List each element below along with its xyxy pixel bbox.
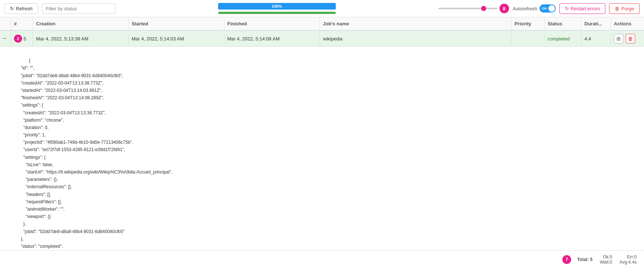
th-creation: Creation (33, 17, 129, 30)
footer: 7 Total: 5 Ok:5 Wait:0 Err:0 Avg:4.4s (0, 250, 644, 268)
purge-label: Purge (621, 6, 634, 11)
footer-badge-7: 7 (562, 255, 571, 264)
badge-8: 8 (499, 4, 509, 13)
row-duration: 4.4 (584, 36, 591, 42)
row-job-name-cell: wikipedia (320, 33, 512, 44)
badge-2: 2 (14, 35, 22, 43)
row-job-name: wikipedia (323, 36, 342, 42)
row-finished-cell: Mar 4, 2022, 5:14:08 AM (224, 33, 320, 44)
row-status: completed (548, 36, 570, 42)
row-finished: Mar 4, 2022, 5:14:08 AM (227, 36, 280, 42)
restart-errors-label: Restart errors (571, 6, 600, 11)
th-started: Started (129, 17, 224, 30)
view-action-button[interactable]: ⊞ (614, 34, 623, 43)
row-priority-cell (512, 36, 545, 42)
delete-action-button[interactable]: 🗑 (626, 34, 635, 43)
th-actions: Actions (611, 17, 644, 30)
row-duration-cell: 4.4 (581, 33, 611, 44)
autorefresh-toggle[interactable]: ON (540, 4, 556, 12)
refresh-icon: ↻ (10, 6, 14, 11)
json-expanded-area: { "id": "", "jobId": "02dd7de8-d8a8-48b4… (0, 47, 644, 268)
autorefresh-label: Autorefresh (513, 6, 537, 11)
restart-icon: ↻ (565, 6, 569, 11)
row-creation-cell: Mar 4, 2022, 5:13:38 AM (33, 33, 129, 44)
toggle-on-label: ON (542, 7, 547, 10)
row-id: 5 (24, 36, 26, 42)
collapse-button[interactable]: − (3, 35, 6, 42)
row-started-cell: Mar 4, 2022, 5:14:03 AM (129, 33, 224, 44)
refresh-button[interactable]: ↻ Refresh (4, 3, 38, 14)
purge-button[interactable]: 🗑 Purge (609, 3, 640, 14)
footer-total: Total: 5 (577, 257, 593, 262)
th-duration: Durati... (581, 17, 611, 30)
th-finished: Finished (224, 17, 320, 30)
th-expand (0, 17, 11, 30)
row-status-cell: completed (545, 33, 581, 44)
autorefresh-area: Autorefresh ON (513, 4, 556, 12)
table-row[interactable]: − 2 5 Mar 4, 2022, 5:13:38 AM Mar 4, 202… (0, 31, 644, 47)
slider-container: 8 (438, 4, 509, 13)
concurrency-slider[interactable] (438, 8, 497, 9)
trash-icon: 🗑 (615, 6, 619, 11)
th-job-name: Job's name (320, 17, 512, 30)
footer-wait: Wait:0 (600, 260, 612, 265)
th-hash: # (11, 17, 33, 30)
row-creation: Mar 4, 2022, 5:13:38 AM (36, 36, 88, 42)
progress-green-fill (218, 12, 336, 14)
progress-label: 100% (272, 4, 282, 8)
progress-bar-bg: 100% (218, 3, 336, 10)
progress-area: 100% (127, 3, 427, 14)
footer-stats: Total: 5 Ok:5 Wait:0 Err:0 Avg:4.4s (577, 254, 637, 265)
table-header: # Creation Started Finished Job's name P… (0, 17, 644, 31)
row-id-cell: 2 5 (11, 32, 33, 46)
toolbar: ↻ Refresh 100% 8 Autorefresh (0, 0, 644, 17)
filter-input[interactable] (42, 3, 115, 14)
restart-errors-button[interactable]: ↻ Restart errors (559, 3, 605, 14)
th-status: Status (545, 17, 581, 30)
json-content: { "id": "", "jobId": "02dd7de8-d8a8-48b4… (18, 58, 172, 268)
refresh-label: Refresh (16, 6, 33, 11)
footer-ok: Ok:5 (603, 254, 612, 260)
row-expand-cell[interactable]: − (0, 33, 11, 44)
progress-green-bar (218, 12, 336, 14)
row-actions-cell: ⊞ 🗑 (611, 31, 644, 46)
th-priority: Priority (512, 17, 545, 30)
footer-avg: Avg:4.4s (620, 260, 637, 265)
footer-err: Err:0 (627, 254, 637, 260)
row-started: Mar 4, 2022, 5:14:03 AM (132, 36, 184, 42)
